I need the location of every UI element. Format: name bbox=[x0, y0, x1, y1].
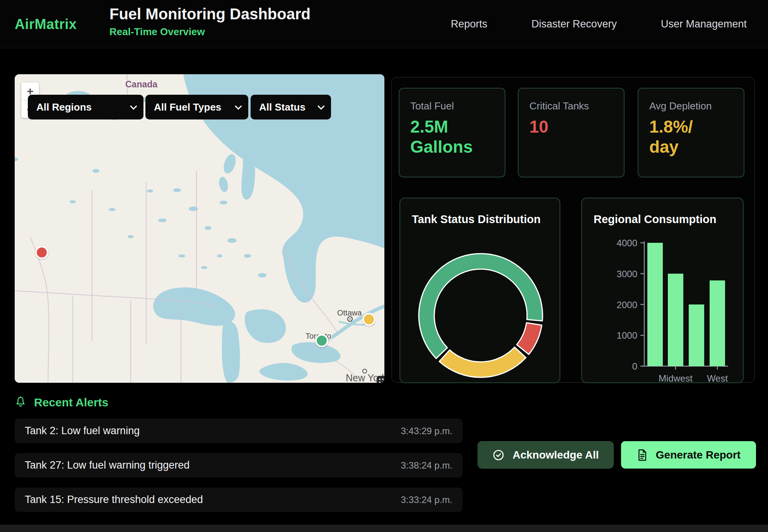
alert-list: Tank 2: Low fuel warning3:43:29 p.m.Tank… bbox=[15, 419, 463, 512]
alert-timestamp: 3:38:24 p.m. bbox=[401, 460, 452, 471]
generate-report-label: Generate Report bbox=[656, 449, 741, 461]
resize-handle-icon[interactable] bbox=[377, 376, 384, 383]
bar-region-1 bbox=[647, 243, 663, 366]
generate-report-button[interactable]: Generate Report bbox=[621, 441, 756, 469]
page-subtitle: Real-Time Overview bbox=[109, 26, 311, 38]
bell-icon bbox=[15, 396, 26, 409]
nav-item-reports[interactable]: Reports bbox=[451, 18, 488, 30]
tank-status-card: Tank Status Distribution bbox=[399, 198, 560, 383]
donut-segment-critical bbox=[517, 323, 542, 355]
stat-card-avg-depletion: Avg Depletion1.8%/day bbox=[638, 88, 744, 177]
tank-status-donut bbox=[400, 198, 561, 384]
chevron-down-icon bbox=[317, 102, 324, 109]
document-icon bbox=[637, 449, 648, 461]
regional-consumption-chart: 01000200030004000MidwestWest bbox=[582, 198, 744, 384]
alert-row[interactable]: Tank 27: Low fuel warning triggered3:38:… bbox=[15, 453, 463, 477]
stat-label: Critical Tanks bbox=[529, 100, 613, 112]
stat-value: 2.5MGallons bbox=[410, 117, 494, 157]
x-tick-label: Midwest bbox=[659, 373, 693, 384]
filter-label: All Status bbox=[259, 101, 305, 113]
y-tick-label: 4000 bbox=[617, 238, 637, 248]
filter-label: All Fuel Types bbox=[154, 101, 221, 113]
alert-row[interactable]: Tank 2: Low fuel warning3:43:29 p.m. bbox=[15, 419, 463, 443]
tank-marker-critical[interactable] bbox=[35, 246, 48, 259]
town-dot-ottawa bbox=[348, 317, 352, 321]
tank-marker-normal[interactable] bbox=[315, 334, 328, 347]
chevron-down-icon bbox=[130, 102, 137, 109]
alert-row[interactable]: Tank 15: Pressure threshold exceeded3:33… bbox=[15, 488, 463, 512]
map-label-canada: Canada bbox=[125, 79, 157, 89]
tank-marker-warning[interactable] bbox=[362, 313, 375, 326]
nav-item-user-management[interactable]: User Management bbox=[661, 18, 747, 30]
alert-message: Tank 27: Low fuel warning triggered bbox=[25, 459, 189, 471]
y-tick-label: 0 bbox=[632, 361, 637, 372]
bar-region-4 bbox=[710, 280, 725, 366]
brand-logo: AirMatrix bbox=[15, 16, 77, 32]
map-label-ottawa: Ottawa bbox=[337, 309, 362, 317]
title-block: Fuel Monitoring Dashboard Real-Time Over… bbox=[109, 5, 311, 38]
y-tick-label: 3000 bbox=[617, 269, 637, 279]
stat-label: Total Fuel bbox=[410, 100, 494, 112]
bar-region-3 bbox=[689, 305, 704, 367]
alert-message: Tank 2: Low fuel warning bbox=[25, 425, 140, 437]
filter-dropdown-all-fuel-types[interactable]: All Fuel Types bbox=[145, 95, 248, 119]
filter-dropdown-all-status[interactable]: All Status bbox=[251, 95, 331, 119]
stat-label: Avg Depletion bbox=[649, 100, 733, 112]
map-canvas: Canada Ottawa Toronto New York bbox=[15, 74, 384, 383]
bottom-strip bbox=[0, 525, 768, 532]
filter-label: All Regions bbox=[36, 101, 92, 113]
acknowledge-all-button[interactable]: Acknowledge All bbox=[478, 441, 614, 469]
stat-value: 10 bbox=[529, 117, 613, 137]
chevron-down-icon bbox=[235, 102, 242, 109]
alert-message: Tank 15: Pressure threshold exceeded bbox=[25, 494, 203, 506]
fleet-map[interactable]: Canada Ottawa Toronto New York + − All R… bbox=[15, 74, 384, 383]
page-title: Fuel Monitoring Dashboard bbox=[109, 5, 311, 23]
alerts-header: Recent Alerts bbox=[15, 396, 108, 409]
alert-timestamp: 3:43:29 p.m. bbox=[401, 426, 452, 437]
x-tick-label: West bbox=[707, 373, 728, 384]
app-header: AirMatrix Fuel Monitoring Dashboard Real… bbox=[0, 0, 768, 48]
filter-dropdown-all-regions[interactable]: All Regions bbox=[28, 95, 143, 119]
nav-item-disaster-recovery[interactable]: Disaster Recovery bbox=[531, 18, 617, 30]
alerts-title: Recent Alerts bbox=[34, 396, 108, 409]
alert-timestamp: 3:33:24 p.m. bbox=[401, 494, 452, 505]
stat-card-critical-tanks: Critical Tanks10 bbox=[518, 88, 625, 177]
y-tick-label: 1000 bbox=[617, 330, 637, 341]
map-water-lake-michigan bbox=[222, 321, 240, 383]
regional-consumption-card: Regional Consumption 01000200030004000Mi… bbox=[581, 198, 744, 383]
y-tick-label: 2000 bbox=[617, 300, 637, 310]
stat-value: 1.8%/day bbox=[649, 117, 733, 157]
dashboard: AirMatrix Fuel Monitoring Dashboard Real… bbox=[0, 0, 768, 532]
check-circle-icon bbox=[492, 449, 505, 461]
main-nav: ReportsDisaster RecoveryUser Management bbox=[451, 0, 747, 48]
donut-segment-warning bbox=[439, 347, 526, 377]
bar-region-2 bbox=[668, 274, 683, 366]
metrics-panel: Total Fuel2.5MGallonsCritical Tanks10Avg… bbox=[391, 77, 755, 383]
acknowledge-all-label: Acknowledge All bbox=[512, 449, 599, 461]
stat-card-total-fuel: Total Fuel2.5MGallons bbox=[399, 88, 505, 177]
